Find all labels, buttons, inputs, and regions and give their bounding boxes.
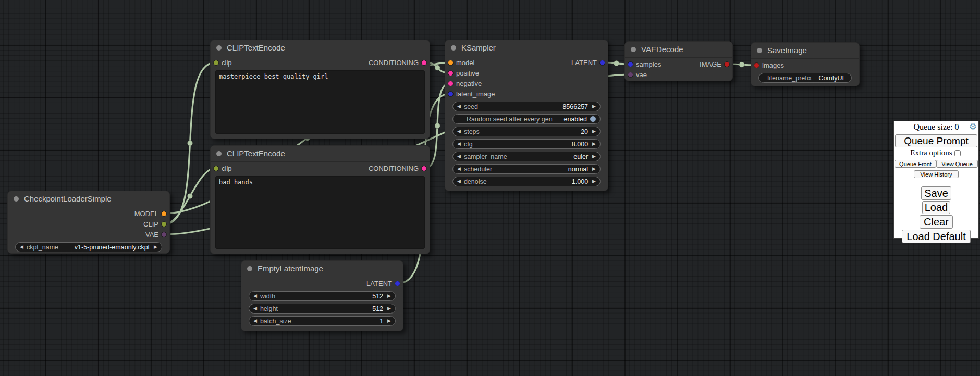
widget-increment-arrow[interactable]: ▶ — [154, 242, 157, 252]
link-midpoint-dot[interactable] — [435, 123, 440, 128]
view-history-button[interactable]: View History — [914, 170, 959, 178]
prompt-textarea[interactable] — [215, 70, 425, 134]
node-empty-latent-image[interactable]: EmptyLatentImageLATENT◀width512▶◀height5… — [241, 260, 403, 331]
images-input-slot[interactable] — [754, 62, 760, 68]
CLIP-output-slot[interactable] — [161, 221, 167, 227]
model-input-label: model — [456, 58, 474, 68]
MODEL-output-slot[interactable] — [161, 211, 167, 217]
link-midpoint-dot[interactable] — [614, 60, 619, 66]
node-clip-text-encode-positive[interactable]: CLIPTextEncodeclipCONDITIONING — [210, 40, 430, 139]
VAE-output-slot[interactable] — [161, 232, 167, 237]
queue-buttons-row: Queue Front View Queue — [895, 159, 978, 169]
save-button[interactable]: Save — [921, 186, 951, 200]
node-checkpoint-loader[interactable]: CheckpointLoaderSimpleMODELCLIPVAE◀ckpt_… — [7, 191, 170, 254]
link-midpoint-dot[interactable] — [435, 65, 440, 70]
node-collapse-dot[interactable] — [631, 47, 636, 52]
widget-increment-arrow[interactable]: ▶ — [387, 316, 391, 326]
queue-front-button[interactable]: Queue Front — [895, 160, 936, 168]
widget-value: 512 — [278, 305, 383, 312]
negative-input-slot[interactable] — [448, 81, 454, 86]
widget-scheduler[interactable]: ◀schedulernormal▶ — [452, 164, 601, 174]
clear-button[interactable]: Clear — [920, 215, 953, 229]
node-title: VAEDecode — [641, 42, 683, 57]
widget-height[interactable]: ◀height512▶ — [249, 304, 396, 314]
vae-input-slot[interactable] — [628, 72, 633, 78]
widget-steps[interactable]: ◀steps20▶ — [452, 127, 601, 136]
node-vae-decode[interactable]: VAEDecodesamplesIMAGEvae — [624, 41, 733, 81]
samples-input-slot[interactable] — [628, 61, 633, 67]
node-clip-text-encode-negative[interactable]: CLIPTextEncodeclipCONDITIONING — [210, 145, 430, 254]
widget-batch_size[interactable]: ◀batch_size1▶ — [249, 316, 396, 326]
widget-seed[interactable]: ◀seed8566257▶ — [452, 102, 601, 111]
node-collapse-dot[interactable] — [14, 196, 19, 202]
widget-increment-arrow[interactable]: ▶ — [387, 304, 391, 314]
widget-sampler_name[interactable]: ◀sampler_nameeuler▶ — [452, 152, 601, 161]
extra-options-checkbox[interactable] — [954, 150, 961, 156]
model-input-slot[interactable] — [448, 60, 454, 66]
node-collapse-dot[interactable] — [247, 266, 252, 271]
widget-filename_prefix[interactable]: filename_prefixComfyUI — [758, 73, 852, 83]
widget-increment-arrow[interactable]: ▶ — [387, 291, 391, 301]
positive-input-slot[interactable] — [448, 70, 454, 76]
widget-decrement-arrow[interactable]: ◀ — [253, 291, 257, 301]
widget-decrement-arrow[interactable]: ◀ — [457, 164, 461, 174]
widget-increment-arrow[interactable]: ▶ — [592, 177, 596, 186]
extra-options-label: Extra options — [910, 148, 952, 157]
view-queue-button[interactable]: View Queue — [936, 160, 978, 168]
widget-value: 512 — [275, 293, 383, 300]
IMAGE-output-slot[interactable] — [724, 61, 730, 67]
link-midpoint-dot[interactable] — [739, 62, 744, 67]
CONDITIONING-output-slot[interactable] — [421, 166, 427, 171]
node-collapse-dot[interactable] — [216, 45, 222, 51]
widget-decrement-arrow[interactable]: ◀ — [457, 177, 461, 186]
node-collapse-dot[interactable] — [757, 48, 762, 53]
graph-canvas[interactable]: CheckpointLoaderSimpleMODELCLIPVAE◀ckpt_… — [0, 0, 980, 376]
widget-cfg[interactable]: ◀cfg8.000▶ — [452, 139, 601, 149]
widget-ckpt_name[interactable]: ◀ckpt_namev1-5-pruned-emaonly.ckpt▶ — [15, 242, 162, 252]
widget-increment-arrow[interactable]: ▶ — [592, 152, 596, 161]
queue-prompt-button[interactable]: Queue Prompt — [895, 134, 977, 147]
prompt-textarea[interactable] — [215, 176, 425, 249]
vae-input-label: vae — [636, 70, 647, 80]
widget-decrement-arrow[interactable]: ◀ — [457, 139, 461, 149]
node-title: CLIPTextEncode — [227, 146, 285, 161]
gear-icon[interactable]: ⚙ — [969, 122, 977, 131]
widget-width[interactable]: ◀width512▶ — [249, 291, 396, 301]
images-input-label: images — [762, 60, 784, 71]
widget-denoise[interactable]: ◀denoise1.000▶ — [452, 177, 601, 186]
widget-decrement-arrow[interactable]: ◀ — [253, 316, 257, 326]
VAE-output-label: VAE — [145, 230, 158, 240]
widget-increment-arrow[interactable]: ▶ — [592, 139, 596, 149]
clip-input-slot[interactable] — [213, 166, 219, 171]
toggle-dot[interactable] — [590, 116, 596, 122]
CONDITIONING-output-slot[interactable] — [421, 60, 427, 66]
widget-label: denoise — [464, 178, 487, 185]
LATENT-output-slot[interactable] — [395, 281, 400, 286]
LATENT-output-slot[interactable] — [599, 60, 605, 66]
positive-input-label: positive — [456, 68, 479, 79]
load-default-button[interactable]: Load Default — [902, 230, 971, 243]
node-ksampler[interactable]: KSamplermodelLATENTpositivenegativelaten… — [445, 40, 608, 191]
node-collapse-dot[interactable] — [451, 45, 456, 51]
load-button[interactable]: Load — [922, 201, 950, 214]
node-collapse-dot[interactable] — [216, 151, 222, 156]
widget-increment-arrow[interactable]: ▶ — [592, 127, 596, 136]
LATENT-output-label: LATENT — [366, 279, 392, 289]
link-midpoint-dot[interactable] — [187, 193, 192, 198]
widget-increment-arrow[interactable]: ▶ — [592, 102, 596, 111]
widget-decrement-arrow[interactable]: ◀ — [253, 304, 257, 314]
node-save-image[interactable]: SaveImageimagesfilename_prefixComfyUI — [751, 42, 860, 86]
widget-increment-arrow[interactable]: ▶ — [592, 164, 596, 174]
menu-spacer — [894, 179, 978, 185]
clip-input-slot[interactable] — [213, 60, 219, 66]
widget-decrement-arrow[interactable]: ◀ — [20, 242, 23, 252]
widget-random-seed-after-every-gen[interactable]: Random seed after every genenabled — [452, 114, 601, 124]
widget-decrement-arrow[interactable]: ◀ — [457, 152, 461, 161]
widget-decrement-arrow[interactable]: ◀ — [457, 102, 461, 111]
MODEL-output-label: MODEL — [134, 209, 158, 219]
widget-decrement-arrow[interactable]: ◀ — [457, 127, 461, 136]
latent_image-input-slot[interactable] — [448, 91, 454, 97]
link-midpoint-dot[interactable] — [187, 141, 192, 146]
widget-label: steps — [464, 128, 480, 135]
widget-label: seed — [464, 103, 478, 110]
